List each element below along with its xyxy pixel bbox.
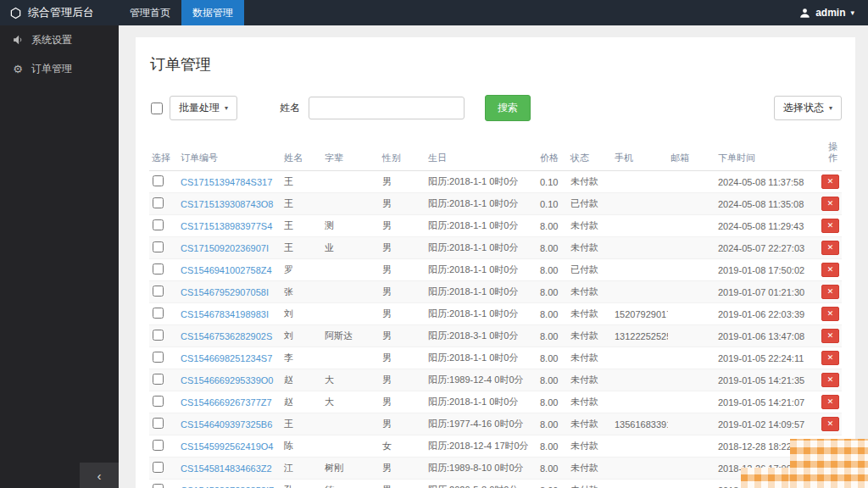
delete-button[interactable]: ✕ bbox=[821, 395, 839, 409]
cell-price: 8.00 bbox=[537, 347, 568, 369]
censored-mosaic bbox=[741, 468, 790, 488]
cell-price: 8.00 bbox=[537, 391, 568, 413]
content-card: 订单管理 批量处理 ▾ 姓名 搜索 选择状态 ▾ bbox=[136, 37, 855, 488]
user-menu[interactable]: admin ▾ bbox=[799, 0, 868, 25]
cell-birth: 阳历:2018-1-1 0时0分 bbox=[426, 259, 537, 281]
cell-sex: 男 bbox=[380, 193, 426, 215]
status-filter-button[interactable]: 选择状态 ▾ bbox=[774, 96, 842, 120]
row-checkbox[interactable] bbox=[153, 484, 164, 488]
cell-mail bbox=[668, 171, 715, 193]
row-checkbox[interactable] bbox=[153, 263, 164, 274]
order-number-link[interactable]: CS1546698251234S7 bbox=[181, 353, 272, 363]
cell-status: 未付款 bbox=[568, 325, 612, 347]
cell-price: 8.00 bbox=[537, 435, 568, 458]
row-checkbox[interactable] bbox=[153, 418, 164, 429]
row-checkbox[interactable] bbox=[153, 440, 164, 451]
tab-manage-home[interactable]: 管理首页 bbox=[119, 0, 181, 25]
sidebar-collapse-button[interactable]: ‹ bbox=[80, 463, 119, 488]
cell-status: 未付款 bbox=[568, 237, 612, 259]
cell-name: 王 bbox=[281, 171, 322, 193]
column-header: 价格 bbox=[537, 140, 568, 171]
order-number-link[interactable]: CS1545814834663Z2 bbox=[181, 463, 272, 474]
cell-gen bbox=[322, 413, 380, 435]
order-number-link[interactable]: CS1546409397325B6 bbox=[181, 419, 272, 430]
sidebar-item-order-management[interactable]: ⚙ 订单管理 bbox=[0, 54, 119, 83]
cell-status: 未付款 bbox=[568, 281, 612, 303]
order-number-link[interactable]: CS1546941002758Z4 bbox=[181, 265, 272, 275]
cell-phone bbox=[612, 215, 668, 237]
row-checkbox[interactable] bbox=[153, 241, 164, 252]
order-number-link[interactable]: CS1545992562419O4 bbox=[181, 441, 273, 452]
order-number-link[interactable]: CS17150920236907I bbox=[181, 243, 269, 253]
delete-button[interactable]: ✕ bbox=[821, 329, 839, 343]
table-row: CS1546669267377Z7赵大男阳历:2018-1-1 0时0分8.00… bbox=[149, 391, 842, 413]
delete-button[interactable]: ✕ bbox=[821, 219, 839, 233]
cell-time: 2024-05-08 11:37:58 bbox=[715, 171, 819, 193]
cell-status: 已付款 bbox=[568, 259, 612, 281]
table-header-row: 选择订单编号姓名字辈性别生日价格状态手机邮箱下单时间操作 bbox=[149, 140, 842, 171]
row-checkbox[interactable] bbox=[153, 396, 164, 407]
row-checkbox[interactable] bbox=[153, 175, 164, 186]
cell-phone bbox=[612, 435, 668, 458]
order-number-link[interactable]: CS15467952907058I bbox=[181, 287, 269, 297]
cell-time: 2019-01-08 17:50:02 bbox=[715, 259, 819, 281]
cell-birth: 阳历:1977-4-16 0时0分 bbox=[426, 413, 537, 435]
cell-gen: 阿斯达 bbox=[322, 325, 380, 347]
cell-mail bbox=[668, 435, 715, 458]
app-window: 综合管理后台 管理首页 数据管理 admin ▾ 系统设置 ⚙ 订单管理 ‹ 订… bbox=[0, 0, 868, 488]
cell-mail bbox=[668, 413, 715, 435]
order-number-link[interactable]: CS17151394784S317 bbox=[181, 177, 272, 187]
row-checkbox[interactable] bbox=[153, 352, 164, 363]
order-number-link[interactable]: CS1715138983977S4 bbox=[181, 221, 272, 231]
select-all-checkbox[interactable] bbox=[151, 103, 163, 114]
order-number-link[interactable]: CS1715139308743O8 bbox=[181, 199, 273, 209]
order-number-link[interactable]: CS15467536282902S bbox=[181, 331, 272, 341]
delete-button[interactable]: ✕ bbox=[821, 351, 839, 365]
delete-button[interactable]: ✕ bbox=[821, 307, 839, 321]
row-checkbox[interactable] bbox=[153, 374, 164, 385]
search-button[interactable]: 搜索 bbox=[485, 95, 531, 121]
order-number-link[interactable]: CS15467834198983I bbox=[181, 309, 269, 319]
gear-icon: ⚙ bbox=[12, 64, 24, 75]
tab-data-manage[interactable]: 数据管理 bbox=[181, 0, 244, 25]
cell-mail bbox=[668, 193, 715, 215]
row-checkbox[interactable] bbox=[153, 330, 164, 341]
delete-button[interactable]: ✕ bbox=[821, 285, 839, 299]
delete-button[interactable]: ✕ bbox=[821, 241, 839, 255]
delete-button[interactable]: ✕ bbox=[821, 373, 839, 387]
name-input[interactable] bbox=[309, 97, 465, 119]
order-number-link[interactable]: CS15452897282853I7 bbox=[181, 485, 274, 488]
delete-button[interactable]: ✕ bbox=[821, 175, 839, 189]
cell-phone bbox=[612, 259, 668, 281]
toolbar: 批量处理 ▾ 姓名 搜索 选择状态 ▾ bbox=[149, 95, 842, 121]
delete-button[interactable]: ✕ bbox=[821, 263, 839, 277]
table-row: CS1545992562419O4陈女阳历:2018-12-4 17时0分8.0… bbox=[149, 435, 842, 458]
row-checkbox[interactable] bbox=[153, 286, 164, 297]
batch-process-button[interactable]: 批量处理 ▾ bbox=[170, 96, 237, 120]
cell-sex: 男 bbox=[380, 347, 426, 369]
sidebar-item-system-settings[interactable]: 系统设置 bbox=[0, 25, 119, 54]
cell-time: 2024-05-08 11:35:08 bbox=[715, 193, 819, 215]
row-checkbox[interactable] bbox=[153, 219, 164, 230]
order-number-link[interactable]: CS1546669295339O0 bbox=[181, 375, 273, 385]
cell-mail bbox=[668, 347, 715, 369]
delete-button[interactable]: ✕ bbox=[821, 197, 839, 211]
row-checkbox[interactable] bbox=[153, 308, 164, 319]
cell-status: 未付款 bbox=[568, 171, 612, 193]
cell-birth: 阳历:2018-1-1 0时0分 bbox=[426, 215, 537, 237]
row-checkbox[interactable] bbox=[153, 197, 164, 208]
cell-price: 8.00 bbox=[537, 259, 568, 281]
order-number-link[interactable]: CS1546669267377Z7 bbox=[181, 397, 272, 408]
cell-sex: 男 bbox=[380, 480, 426, 488]
table-row: CS17151394784S317王男阳历:2018-1-1 0时0分0.10未… bbox=[149, 171, 842, 193]
cell-price: 8.00 bbox=[537, 458, 568, 480]
cell-birth: 阳历:2018-1-1 0时0分 bbox=[426, 281, 537, 303]
sidebar-item-label: 系统设置 bbox=[31, 33, 72, 47]
cell-birth: 阳历:2018-12-4 17时0分 bbox=[426, 435, 537, 458]
row-checkbox[interactable] bbox=[153, 462, 164, 473]
cell-gen bbox=[322, 171, 380, 193]
main-area: 订单管理 批量处理 ▾ 姓名 搜索 选择状态 ▾ bbox=[119, 25, 868, 488]
delete-button[interactable]: ✕ bbox=[821, 417, 839, 431]
cell-name: 王 bbox=[281, 215, 322, 237]
cell-sex: 男 bbox=[380, 413, 426, 435]
